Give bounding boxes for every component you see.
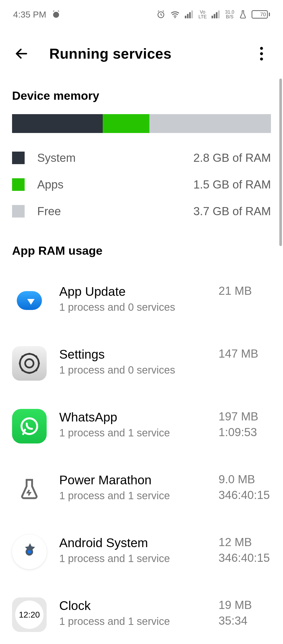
legend-value: 1.5 GB of RAM	[193, 178, 271, 191]
clock-icon: 12:20	[12, 597, 47, 632]
status-time: 4:35 PM	[13, 9, 46, 20]
app-sub: 1 process and 1 service	[59, 553, 206, 564]
volte-indicator: VoLTE	[198, 10, 207, 19]
toolbar: Running services	[0, 29, 283, 79]
svg-point-0	[53, 12, 59, 18]
gear-icon	[12, 346, 47, 381]
status-right: VoLTE 31.0B/S 70	[156, 10, 270, 19]
app-name: App Update	[59, 284, 206, 299]
app-time: 346:40:15	[219, 551, 271, 564]
page-title: Running services	[49, 45, 234, 62]
signal-icon	[211, 10, 220, 18]
svg-point-12	[260, 52, 263, 55]
signal-icon	[185, 10, 194, 18]
whatsapp-icon	[12, 409, 47, 443]
alarm-icon	[156, 10, 165, 19]
app-item-android-system[interactable]: Android System 1 process and 1 service 1…	[12, 520, 271, 583]
app-sub: 1 process and 1 service	[59, 615, 206, 627]
flask-icon	[239, 10, 247, 19]
svg-point-13	[260, 58, 263, 60]
flask-icon	[12, 472, 47, 506]
overflow-menu-button[interactable]	[252, 44, 271, 63]
app-item-clock[interactable]: 12:20 Clock 1 process and 1 service 19 M…	[12, 583, 271, 644]
swatch-free	[12, 205, 25, 218]
memory-legend: System 2.8 GB of RAM Apps 1.5 GB of RAM …	[0, 145, 283, 225]
legend-value: 3.7 GB of RAM	[193, 205, 271, 218]
scrollbar[interactable]	[279, 79, 282, 246]
back-button[interactable]	[12, 44, 31, 63]
app-sub: 1 process and 1 service	[59, 490, 206, 502]
svg-rect-6	[192, 10, 193, 18]
app-name: Settings	[59, 347, 206, 362]
svg-point-11	[260, 47, 263, 50]
status-bar: 4:35 PM VoLTE 31.0B/S 70	[0, 0, 283, 29]
svg-point-18	[28, 550, 31, 554]
svg-rect-4	[187, 14, 189, 18]
svg-rect-8	[214, 14, 215, 18]
app-name: Clock	[59, 598, 206, 613]
app-name: Android System	[59, 536, 206, 550]
svg-rect-10	[218, 10, 220, 18]
svg-rect-5	[189, 12, 191, 18]
clock-face-label: 12:20	[15, 601, 43, 629]
svg-rect-7	[211, 16, 213, 18]
memory-bar-apps	[103, 114, 149, 133]
more-vert-icon	[260, 47, 263, 60]
legend-label: Free	[37, 205, 61, 218]
memory-bar-system	[12, 114, 103, 133]
app-mem: 12 MB	[219, 536, 271, 549]
app-item-whatsapp[interactable]: WhatsApp 1 process and 1 service 197 MB …	[12, 395, 271, 458]
svg-point-14	[20, 354, 39, 373]
app-item-power-marathon[interactable]: Power Marathon 1 process and 1 service 9…	[12, 458, 271, 520]
legend-label: System	[37, 151, 76, 164]
app-name: WhatsApp	[59, 410, 206, 424]
app-mem: 147 MB	[219, 347, 271, 360]
cloud-download-icon	[12, 283, 47, 318]
app-time: 346:40:15	[219, 488, 271, 502]
app-time: 1:09:53	[219, 426, 271, 439]
app-mem: 21 MB	[219, 284, 271, 297]
status-left: 4:35 PM	[13, 9, 61, 20]
swatch-system	[12, 152, 25, 164]
app-sub: 1 process and 0 services	[59, 364, 206, 376]
net-rate-indicator: 31.0B/S	[225, 10, 234, 19]
app-name: Power Marathon	[59, 473, 206, 487]
legend-row-free: Free 3.7 GB of RAM	[12, 198, 271, 225]
app-item-app-update[interactable]: App Update 1 process and 0 services 21 M…	[12, 269, 271, 332]
svg-point-2	[175, 17, 176, 18]
battery-indicator: 70	[252, 10, 270, 19]
app-time: 35:34	[219, 614, 271, 627]
app-mem: 9.0 MB	[219, 473, 271, 486]
section-app-ram: App RAM usage	[0, 225, 283, 267]
app-list[interactable]: App Update 1 process and 0 services 21 M…	[0, 267, 283, 644]
arrow-left-icon	[14, 46, 29, 61]
app-mem: 19 MB	[219, 598, 271, 612]
legend-value: 2.8 GB of RAM	[193, 151, 271, 164]
svg-rect-9	[216, 12, 217, 18]
alarm-icon	[52, 10, 61, 19]
legend-row-system: System 2.8 GB of RAM	[12, 145, 271, 171]
memory-bar	[12, 114, 271, 133]
svg-rect-3	[185, 16, 187, 18]
android-gear-icon	[12, 535, 47, 569]
swatch-apps	[12, 178, 25, 191]
app-sub: 1 process and 1 service	[59, 427, 206, 439]
legend-row-apps: Apps 1.5 GB of RAM	[12, 171, 271, 198]
svg-point-15	[25, 359, 34, 368]
legend-label: Apps	[37, 178, 63, 191]
app-mem: 197 MB	[219, 410, 271, 423]
wifi-icon	[170, 10, 180, 18]
section-device-memory: Device memory	[0, 79, 283, 112]
app-sub: 1 process and 0 services	[59, 301, 206, 313]
app-item-settings[interactable]: Settings 1 process and 0 services 147 MB	[12, 332, 271, 395]
